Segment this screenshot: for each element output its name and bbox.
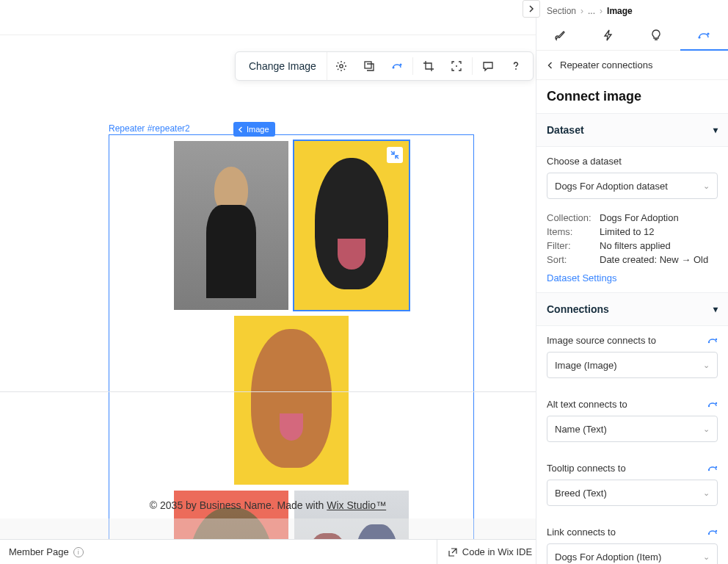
connect-icon [697, 29, 710, 42]
layers-icon [363, 60, 375, 72]
image-source-dropdown[interactable]: Image (Image)⌄ [547, 352, 718, 378]
crop-icon [423, 60, 434, 72]
choose-dataset-label: Choose a dataset [547, 156, 718, 167]
inspector-panel: Section › ... › Image Repeater connectio… [536, 0, 728, 564]
link-dropdown[interactable]: Dogs For Adoption (Item)⌄ [547, 543, 718, 564]
image-source-label: Image source connects to [547, 335, 656, 346]
choose-dataset-dropdown[interactable]: Dogs For Adoption dataset ⌄ [547, 173, 718, 199]
alt-text-label: Alt text connects to [547, 399, 627, 410]
section-divider [0, 391, 536, 392]
repeater-item-3[interactable] [234, 316, 349, 485]
svg-point-13 [708, 341, 710, 342]
caret-down-icon: ▾ [713, 125, 718, 135]
info-icon: i [73, 547, 84, 557]
caret-down-icon: ⌄ [703, 488, 710, 498]
lightning-icon [602, 29, 615, 42]
focal-icon [451, 60, 462, 72]
repeater-item-1[interactable] [174, 141, 288, 310]
connect-data-button[interactable] [383, 52, 411, 80]
page-footer-text: © 2035 by Business Name. Made with Wix S… [0, 499, 536, 511]
help-button[interactable] [502, 52, 530, 80]
repeater-label: Repeater #repeater2 [109, 123, 190, 134]
link-label: Link connects to [547, 527, 616, 538]
brush-icon [554, 29, 567, 42]
member-page-button[interactable]: Member Page i [0, 546, 92, 557]
connect-icon [707, 400, 718, 410]
chevron-left-icon [547, 62, 554, 69]
svg-point-14 [716, 338, 717, 339]
svg-point-4 [456, 65, 457, 67]
connect-icon [707, 463, 718, 474]
caret-down-icon: ⌄ [703, 552, 710, 562]
svg-point-18 [716, 466, 717, 467]
compress-icon [390, 151, 399, 159]
tab-ideas[interactable] [633, 21, 680, 50]
svg-point-15 [708, 405, 710, 406]
breadcrumb: Section › ... › Image [536, 0, 728, 21]
repeater-item-2-selected[interactable] [294, 141, 409, 310]
alt-text-dropdown[interactable]: Name (Text)⌄ [547, 416, 718, 442]
change-image-button[interactable]: Change Image [239, 52, 327, 80]
caret-down-icon: ⌄ [703, 181, 710, 191]
collapse-selection-button[interactable] [387, 147, 403, 163]
connect-icon [707, 336, 718, 346]
svg-point-0 [340, 65, 343, 68]
svg-point-11 [699, 36, 701, 38]
panel-title: Connect image [547, 89, 718, 104]
crop-button[interactable] [415, 52, 443, 80]
svg-point-12 [707, 32, 710, 35]
caret-down-icon: ⌄ [703, 424, 710, 434]
focal-point-button[interactable] [443, 52, 470, 80]
dataset-section-header[interactable]: Dataset ▾ [536, 113, 728, 147]
connections-section-header[interactable]: Connections ▾ [536, 292, 728, 326]
comment-button[interactable] [474, 52, 502, 80]
svg-point-5 [515, 68, 517, 70]
tab-design[interactable] [536, 21, 584, 50]
editor-canvas[interactable]: Repeater #repeater2 Image [0, 35, 536, 539]
breadcrumb-mid[interactable]: ... [588, 6, 595, 16]
panel-back-button[interactable]: Repeater connections [536, 51, 728, 80]
gear-icon [335, 60, 347, 72]
tab-interactions[interactable] [584, 21, 632, 50]
connect-icon [391, 60, 403, 72]
panel-collapse-toggle[interactable] [523, 0, 540, 18]
help-icon [510, 60, 522, 72]
bulb-icon [649, 29, 663, 42]
tooltip-dropdown[interactable]: Breed (Text)⌄ [547, 480, 718, 506]
code-wix-ide-button[interactable]: Code in Wix IDE [437, 540, 542, 565]
chevron-right-icon [528, 5, 535, 12]
svg-point-20 [716, 529, 717, 531]
svg-point-19 [708, 532, 710, 534]
chevron-icon: › [600, 6, 603, 16]
chevron-left-icon [238, 126, 244, 133]
comment-icon [482, 60, 494, 72]
selected-element-tag[interactable]: Image [233, 122, 275, 137]
connect-icon [707, 527, 718, 538]
svg-point-3 [399, 64, 401, 66]
tooltip-label: Tooltip connects to [547, 463, 626, 474]
breadcrumb-current: Image [607, 6, 633, 16]
svg-point-16 [716, 402, 717, 403]
element-tag-label: Image [247, 125, 269, 134]
breadcrumb-root[interactable]: Section [547, 6, 576, 16]
svg-point-2 [392, 67, 394, 69]
svg-rect-1 [365, 62, 371, 68]
caret-down-icon: ⌄ [703, 361, 710, 370]
external-icon [448, 547, 458, 557]
chevron-icon: › [580, 6, 583, 16]
panel-tabs [536, 21, 728, 51]
wix-studio-link[interactable]: Wix Studio™ [327, 499, 386, 511]
svg-point-17 [708, 469, 710, 470]
element-floating-toolbar: Change Image [235, 51, 534, 81]
dataset-meta: Collection:Dogs For Adoption Items:Limit… [536, 208, 728, 292]
dataset-settings-link[interactable]: Dataset Settings [547, 272, 616, 283]
settings-button[interactable] [327, 52, 355, 80]
layers-button[interactable] [355, 52, 383, 80]
tab-underline [680, 49, 728, 51]
tab-connect[interactable] [680, 21, 728, 50]
caret-down-icon: ▾ [713, 304, 718, 314]
